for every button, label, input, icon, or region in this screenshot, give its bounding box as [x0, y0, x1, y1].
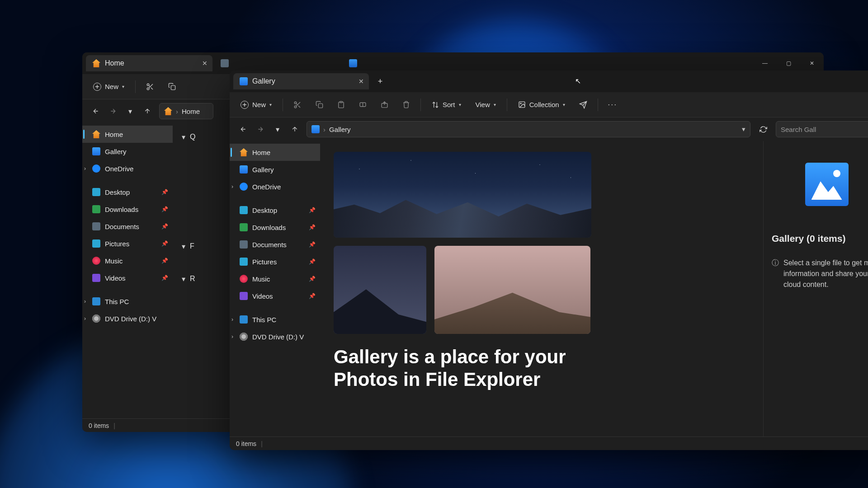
cloud-icon: [92, 164, 100, 173]
nav-pane[interactable]: Home Gallery › OneDrive Desktop📌 Downloa…: [82, 123, 173, 418]
details-hint: ⓘ Select a single file to get more infor…: [772, 258, 868, 290]
delete-button[interactable]: [397, 97, 415, 113]
pin-icon[interactable]: 📌: [161, 258, 168, 264]
nav-home[interactable]: Home: [82, 126, 173, 143]
pin-icon[interactable]: 📌: [309, 224, 316, 230]
paste-button[interactable]: [332, 97, 350, 113]
pin-icon[interactable]: 📌: [309, 276, 316, 282]
refresh-button[interactable]: [754, 121, 772, 137]
gallery-large-icon: [805, 163, 849, 206]
documents-icon: [92, 222, 100, 230]
new-tab-button[interactable]: +: [373, 75, 387, 88]
recent-button[interactable]: ▾: [122, 103, 138, 119]
expand-icon[interactable]: ›: [84, 315, 86, 322]
nav-dvd[interactable]: ›DVD Drive (D:) V: [82, 310, 173, 327]
rename-icon: [359, 101, 367, 108]
recent-button[interactable]: ▾: [269, 121, 286, 137]
pc-icon: [92, 297, 100, 305]
nav-onedrive[interactable]: › OneDrive: [82, 160, 173, 177]
toolbar: + New ▾ Sort ▾ View ▾ Collection ▾ ···: [230, 92, 868, 117]
nav-gallery[interactable]: Gallery: [230, 161, 320, 178]
details-pane: Gallery (0 items) ⓘ Select a single file…: [763, 141, 868, 436]
thumb-image: [434, 246, 590, 334]
expand-icon[interactable]: ›: [84, 165, 86, 172]
cut-button[interactable]: [288, 97, 307, 113]
pin-icon[interactable]: 📌: [309, 241, 316, 248]
nav-desktop[interactable]: Desktop📌: [82, 183, 173, 201]
expand-icon[interactable]: ›: [231, 183, 233, 190]
forward-button[interactable]: [105, 103, 121, 119]
nav-thispc[interactable]: ›This PC: [82, 293, 173, 310]
nav-documents[interactable]: Documents📌: [82, 218, 173, 235]
close-tab-icon[interactable]: ✕: [357, 78, 365, 85]
nav-pictures[interactable]: Pictures📌: [230, 253, 320, 270]
copy-button[interactable]: [163, 79, 181, 95]
breadcrumb[interactable]: › Gallery ▾: [307, 121, 750, 137]
nav-music[interactable]: Music📌: [82, 252, 173, 269]
svg-point-1: [147, 88, 149, 90]
hero-thumbs: [334, 246, 590, 334]
share-button[interactable]: [375, 97, 393, 113]
chevron-down-icon[interactable]: ▾: [742, 125, 745, 133]
tab-gallery[interactable]: Gallery ✕: [233, 73, 369, 89]
back-button[interactable]: [88, 103, 104, 119]
cursor-icon: ↖: [575, 77, 581, 85]
titlebar[interactable]: Gallery ✕ + ↖: [230, 70, 868, 92]
svg-rect-2: [171, 85, 175, 89]
nav-videos[interactable]: Videos📌: [82, 269, 173, 286]
rename-button[interactable]: [354, 97, 372, 113]
tab-inactive[interactable]: [343, 55, 469, 71]
tab-inactive[interactable]: [214, 55, 341, 71]
close-tab-icon[interactable]: ✕: [201, 60, 209, 67]
nav-onedrive[interactable]: ›OneDrive: [230, 178, 320, 195]
search-input[interactable]: Search Gall: [776, 121, 868, 137]
arrow-right-icon: [257, 126, 264, 133]
pin-icon[interactable]: 📌: [161, 206, 168, 212]
nav-videos[interactable]: Videos📌: [230, 287, 320, 305]
back-button[interactable]: [235, 121, 251, 137]
pin-icon[interactable]: 📌: [161, 240, 168, 247]
forward-button[interactable]: [252, 121, 269, 137]
nav-pane[interactable]: Home Gallery ›OneDrive Desktop📌 Download…: [230, 141, 320, 436]
desktop-icon: [92, 188, 100, 196]
nav-dvd[interactable]: ›DVD Drive (D:) V: [230, 328, 320, 345]
breadcrumb[interactable]: › Home: [159, 103, 213, 119]
expand-icon[interactable]: ›: [231, 316, 233, 323]
nav-gallery[interactable]: Gallery: [82, 143, 173, 160]
pin-icon[interactable]: 📌: [161, 189, 168, 195]
more-button[interactable]: ···: [604, 97, 622, 113]
pin-icon[interactable]: 📌: [309, 207, 316, 213]
desktop-icon: [240, 206, 248, 214]
nav-desktop[interactable]: Desktop📌: [230, 202, 320, 219]
nav-thispc[interactable]: ›This PC: [230, 311, 320, 328]
nav-home[interactable]: Home: [230, 144, 320, 161]
phone-link-button[interactable]: [574, 97, 592, 113]
nav-pictures[interactable]: Pictures📌: [82, 235, 173, 252]
copy-icon: [168, 83, 176, 90]
nav-documents[interactable]: Documents📌: [230, 236, 320, 253]
up-button[interactable]: [287, 121, 303, 137]
tab-home[interactable]: Home ✕: [86, 55, 212, 71]
sort-button[interactable]: Sort ▾: [426, 97, 467, 113]
expand-icon[interactable]: ›: [84, 298, 86, 305]
view-button[interactable]: View ▾: [470, 97, 501, 113]
pin-icon[interactable]: 📌: [161, 223, 168, 230]
plus-icon: +: [93, 83, 101, 91]
cut-button[interactable]: [141, 79, 159, 95]
expand-icon[interactable]: ›: [231, 333, 233, 340]
pin-icon[interactable]: 📌: [309, 293, 316, 299]
copy-button[interactable]: [310, 97, 328, 113]
pin-icon[interactable]: 📌: [309, 258, 316, 265]
nav-downloads[interactable]: Downloads📌: [82, 201, 173, 218]
collection-button[interactable]: Collection ▾: [513, 97, 571, 113]
arrow-left-icon: [92, 108, 99, 115]
pin-icon[interactable]: 📌: [161, 275, 168, 281]
new-button[interactable]: + New ▾: [235, 97, 277, 113]
gallery-icon: [240, 165, 248, 174]
svg-rect-6: [340, 101, 342, 103]
nav-downloads[interactable]: Downloads📌: [230, 219, 320, 236]
new-button[interactable]: + New ▾: [88, 79, 130, 95]
videos-icon: [240, 292, 248, 300]
up-button[interactable]: [139, 103, 156, 119]
nav-music[interactable]: Music📌: [230, 270, 320, 287]
